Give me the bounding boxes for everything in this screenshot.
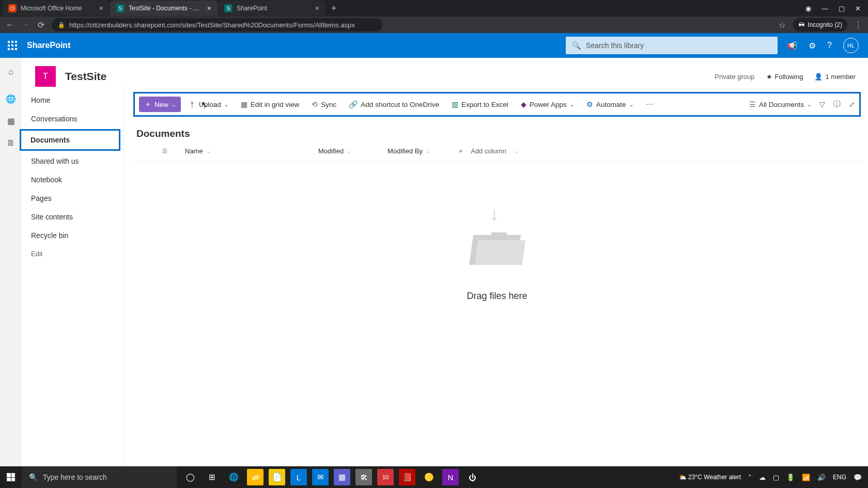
app-launcher-button[interactable] (5, 38, 20, 53)
favicon-sharepoint-icon: S (116, 4, 125, 12)
sync-label: Sync (321, 101, 336, 108)
close-icon[interactable]: × (315, 4, 319, 12)
bookmark-button[interactable]: ☆ (778, 20, 787, 30)
nav-item-shared[interactable]: Shared with us (22, 152, 123, 170)
view-switcher[interactable]: ☰ All Documents ⌄ (749, 100, 811, 108)
cortana-icon[interactable]: ⊞ (204, 469, 220, 485)
new-button[interactable]: ＋ New ⌄ (139, 97, 181, 112)
user-avatar[interactable]: HL (843, 38, 859, 53)
app-icon[interactable]: L (290, 469, 307, 485)
close-window-button[interactable]: ✕ (855, 5, 861, 12)
browser-chrome: O Microsoft Office Home × S TestSite - D… (0, 0, 868, 33)
chevron-down-icon: ⌄ (426, 148, 430, 154)
onedrive-tray-icon[interactable]: ☁ (759, 474, 766, 481)
rail-files-icon[interactable]: 🗎 (7, 138, 15, 148)
help-icon[interactable]: ? (827, 41, 832, 50)
automate-button[interactable]: ⚙ Automate ⌄ (582, 98, 638, 111)
start-button[interactable] (0, 473, 22, 481)
nav-item-pages[interactable]: Pages (22, 189, 123, 208)
product-name[interactable]: SharePoint (27, 41, 70, 50)
incognito-badge[interactable]: 🕶 Incognito (2) (793, 18, 847, 32)
plus-icon: ＋ (144, 100, 151, 109)
app-icon[interactable]: 10 (377, 469, 394, 485)
shortcut-icon: 🔗 (349, 100, 358, 108)
browser-tab-office[interactable]: O Microsoft Office Home × (2, 1, 110, 16)
chevron-down-icon: ⌄ (206, 148, 210, 154)
wifi-tray-icon[interactable]: 📶 (802, 474, 810, 481)
forward-button[interactable]: → (21, 20, 30, 29)
fullscreen-icon[interactable]: ⤢ (849, 100, 855, 108)
back-button[interactable]: ← (5, 20, 14, 29)
mail-icon[interactable]: ✉ (312, 469, 329, 485)
list-icon: ☰ (749, 100, 756, 108)
onenote-icon[interactable]: N (442, 469, 459, 485)
meetnow-tray-icon[interactable]: ▢ (773, 474, 779, 481)
close-icon[interactable]: × (207, 4, 211, 12)
action-center-icon[interactable]: 💬 (854, 474, 862, 481)
empty-state: ↓ Drag files here (133, 162, 861, 488)
main-column: ＋ New ⌄ ⭱ Upload ⌄ ▦ Edit in grid view ⟲… (124, 87, 868, 488)
export-excel-button[interactable]: ▥ Export to Excel (447, 98, 513, 111)
grid-view-button[interactable]: ▦ Edit in grid view (236, 98, 304, 111)
reload-button[interactable]: ⟳ (36, 20, 45, 30)
column-name[interactable]: Name⌄ (185, 147, 318, 155)
rail-home-icon[interactable]: ⌂ (8, 67, 13, 76)
language-indicator[interactable]: ENG (833, 474, 846, 481)
app-icon[interactable]: ⏻ (464, 469, 481, 485)
nav-edit-link[interactable]: Edit (22, 245, 123, 263)
upload-button[interactable]: ⭱ Upload ⌄ (184, 98, 233, 111)
weather-widget[interactable]: ⛅ 23°C Weather alert (679, 474, 741, 481)
site-logo[interactable]: T (35, 66, 56, 87)
column-modified[interactable]: Modified⌄ (318, 147, 388, 155)
battery-tray-icon[interactable]: 🔋 (786, 474, 795, 481)
site-name[interactable]: TestSite (65, 70, 106, 83)
nav-item-documents[interactable]: Documents (20, 129, 120, 151)
acrobat-icon[interactable]: 📕 (399, 469, 415, 485)
browser-tab-testsite[interactable]: S TestSite - Documents - All Docum × (110, 1, 218, 16)
search-input[interactable]: 🔍 Search this library (566, 37, 778, 54)
members-button[interactable]: 👤1 member (814, 73, 856, 81)
chrome-icon[interactable]: 🟡 (421, 469, 437, 485)
menu-button[interactable]: ⋮ (854, 20, 863, 30)
rail-news-icon[interactable]: ▦ (7, 116, 15, 126)
site-nav: Home Conversations Documents Shared with… (22, 87, 124, 488)
address-bar[interactable]: 🔒 https://citizenbuilders.sharepoint.com… (52, 18, 382, 32)
more-button[interactable]: ⋯ (641, 98, 658, 111)
nav-item-home[interactable]: Home (22, 91, 123, 109)
minimize-button[interactable]: — (822, 5, 828, 12)
add-shortcut-button[interactable]: 🔗 Add shortcut to OneDrive (344, 98, 444, 111)
new-tab-button[interactable]: + (326, 3, 342, 14)
taskbar-search[interactable]: 🔍 Type here to search (22, 466, 177, 488)
sync-button[interactable]: ⟲ Sync (307, 98, 341, 111)
command-bar: ＋ New ⌄ ⭱ Upload ⌄ ▦ Edit in grid view ⟲… (133, 92, 861, 117)
nav-item-sitecontents[interactable]: Site contents (22, 208, 123, 226)
browser-tab-sharepoint[interactable]: S SharePoint × (218, 1, 326, 16)
powerapps-button[interactable]: ◆ Power Apps ⌄ (516, 98, 579, 111)
volume-tray-icon[interactable]: 🔊 (817, 474, 826, 481)
close-icon[interactable]: × (99, 4, 103, 12)
megaphone-icon[interactable]: 📢 (787, 41, 797, 51)
maximize-button[interactable]: ▢ (839, 5, 845, 12)
follow-button[interactable]: ★Following (766, 73, 803, 81)
explorer-icon[interactable]: 📁 (247, 469, 264, 485)
app-icon[interactable]: ▦ (334, 469, 350, 485)
rail-globe-icon[interactable]: 🌐 (6, 94, 16, 104)
chevron-down-icon: ⌄ (224, 102, 228, 107)
chevron-down-icon: ⌄ (629, 102, 633, 107)
info-icon[interactable]: ⓘ (833, 100, 841, 109)
app-icon[interactable]: 📄 (269, 469, 285, 485)
automate-label: Automate (596, 101, 626, 108)
column-modified-by[interactable]: Modified By⌄ (388, 147, 459, 155)
file-type-column[interactable]: 🗎 (161, 147, 185, 155)
chevron-down-icon: ⌄ (515, 148, 519, 154)
edge-icon[interactable]: 🌐 (225, 469, 242, 485)
filter-icon[interactable]: ▽ (819, 100, 825, 108)
nav-item-notebook[interactable]: Notebook (22, 170, 123, 189)
settings-icon[interactable]: ⚙ (809, 41, 816, 51)
add-column-button[interactable]: + Add column ⌄ (459, 147, 519, 155)
app-icon[interactable]: 🛠 (355, 469, 372, 485)
nav-item-recyclebin[interactable]: Recycle bin (22, 226, 123, 245)
tray-chevron-icon[interactable]: ˄ (748, 474, 752, 481)
taskview-icon[interactable]: ◯ (182, 469, 198, 485)
nav-item-conversations[interactable]: Conversations (22, 109, 123, 128)
